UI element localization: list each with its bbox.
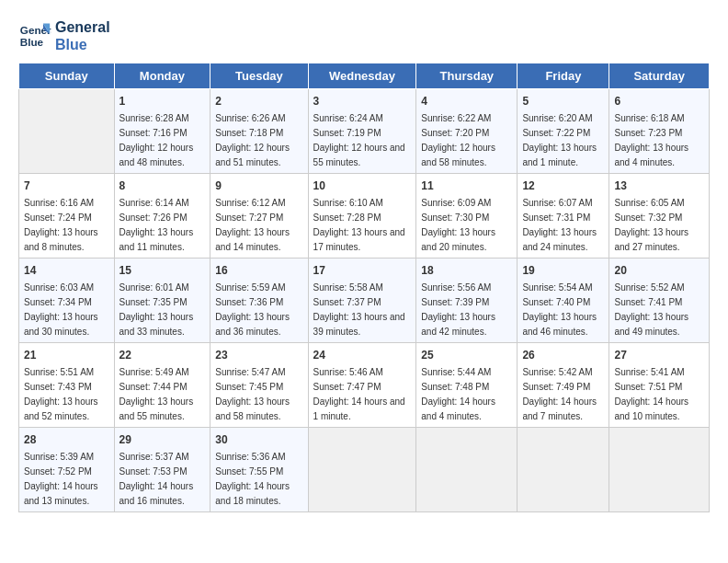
day-number: 7 [24, 178, 109, 194]
sunrise-info: Sunrise: 5:42 AM [522, 367, 592, 377]
sunrise-info: Sunrise: 6:10 AM [313, 198, 383, 208]
day-number: 8 [119, 178, 206, 194]
sunrise-info: Sunrise: 5:51 AM [24, 367, 94, 377]
daylight-info: Daylight: 14 hours and 10 minutes. [614, 396, 688, 421]
calendar-cell: 6 Sunrise: 6:18 AM Sunset: 7:23 PM Dayli… [609, 89, 710, 174]
daylight-info: Daylight: 13 hours and 58 minutes. [215, 396, 290, 421]
calendar-table: SundayMondayTuesdayWednesdayThursdayFrid… [18, 63, 710, 512]
calendar-cell: 25 Sunrise: 5:44 AM Sunset: 7:48 PM Dayl… [416, 343, 518, 428]
day-number: 25 [421, 347, 512, 363]
sunrise-info: Sunrise: 6:07 AM [522, 198, 592, 208]
sunset-info: Sunset: 7:18 PM [215, 128, 283, 138]
calendar-cell: 29 Sunrise: 5:37 AM Sunset: 7:53 PM Dayl… [114, 428, 210, 512]
daylight-info: Daylight: 14 hours and 18 minutes. [215, 481, 290, 506]
calendar-cell: 4 Sunrise: 6:22 AM Sunset: 7:20 PM Dayli… [416, 89, 518, 174]
sunrise-info: Sunrise: 5:47 AM [215, 367, 285, 377]
calendar-cell: 5 Sunrise: 6:20 AM Sunset: 7:22 PM Dayli… [518, 89, 609, 174]
calendar-cell: 18 Sunrise: 5:56 AM Sunset: 7:39 PM Dayl… [416, 259, 518, 343]
calendar-cell: 24 Sunrise: 5:46 AM Sunset: 7:47 PM Dayl… [308, 343, 416, 428]
logo-icon: General Blue [18, 19, 51, 52]
daylight-info: Daylight: 14 hours and 7 minutes. [522, 396, 597, 421]
sunrise-info: Sunrise: 5:37 AM [119, 452, 189, 462]
logo-blue: Blue [55, 36, 110, 53]
daylight-info: Daylight: 12 hours and 51 minutes. [215, 143, 290, 167]
sunrise-info: Sunrise: 6:20 AM [522, 113, 592, 123]
sunrise-info: Sunrise: 5:39 AM [24, 452, 94, 462]
daylight-info: Daylight: 13 hours and 27 minutes. [614, 227, 688, 252]
page-header: General Blue General Blue [18, 18, 710, 53]
logo-general: General [55, 18, 110, 36]
calendar-cell: 30 Sunrise: 5:36 AM Sunset: 7:55 PM Dayl… [210, 428, 308, 512]
calendar-week-row: 1 Sunrise: 6:28 AM Sunset: 7:16 PM Dayli… [19, 89, 710, 174]
sunset-info: Sunset: 7:44 PM [119, 382, 188, 392]
calendar-week-row: 14 Sunrise: 6:03 AM Sunset: 7:34 PM Dayl… [19, 259, 710, 343]
sunset-info: Sunset: 7:36 PM [215, 297, 283, 307]
day-number: 5 [522, 93, 604, 109]
calendar-cell: 11 Sunrise: 6:09 AM Sunset: 7:30 PM Dayl… [416, 174, 518, 259]
daylight-info: Daylight: 13 hours and 55 minutes. [119, 396, 194, 421]
sunset-info: Sunset: 7:41 PM [614, 297, 682, 307]
calendar-cell: 22 Sunrise: 5:49 AM Sunset: 7:44 PM Dayl… [114, 343, 210, 428]
sunrise-info: Sunrise: 6:01 AM [119, 282, 189, 293]
sunrise-info: Sunrise: 6:28 AM [119, 113, 189, 123]
sunrise-info: Sunrise: 5:36 AM [215, 452, 285, 462]
daylight-info: Daylight: 13 hours and 17 minutes. [313, 227, 405, 252]
sunrise-info: Sunrise: 6:16 AM [24, 198, 94, 208]
daylight-info: Daylight: 13 hours and 24 minutes. [522, 227, 597, 252]
sunset-info: Sunset: 7:53 PM [119, 466, 188, 477]
daylight-info: Daylight: 13 hours and 46 minutes. [522, 312, 597, 337]
weekday-header-thursday: Thursday [416, 63, 518, 89]
day-number: 19 [522, 262, 604, 279]
sunrise-info: Sunrise: 5:54 AM [522, 282, 592, 293]
weekday-header-friday: Friday [518, 63, 609, 89]
day-number: 20 [614, 262, 704, 279]
sunset-info: Sunset: 7:40 PM [522, 297, 590, 307]
daylight-info: Daylight: 13 hours and 1 minute. [522, 143, 597, 167]
calendar-cell: 21 Sunrise: 5:51 AM Sunset: 7:43 PM Dayl… [19, 343, 115, 428]
calendar-cell: 10 Sunrise: 6:10 AM Sunset: 7:28 PM Dayl… [308, 174, 416, 259]
calendar-cell: 20 Sunrise: 5:52 AM Sunset: 7:41 PM Dayl… [609, 259, 710, 343]
sunset-info: Sunset: 7:48 PM [421, 382, 489, 392]
day-number: 12 [522, 178, 604, 194]
day-number: 22 [119, 347, 206, 363]
daylight-info: Daylight: 13 hours and 36 minutes. [215, 312, 290, 337]
logo: General Blue General Blue [18, 18, 110, 53]
sunrise-info: Sunrise: 5:44 AM [421, 367, 491, 377]
sunrise-info: Sunrise: 5:41 AM [614, 367, 684, 377]
sunset-info: Sunset: 7:47 PM [313, 382, 381, 392]
sunset-info: Sunset: 7:24 PM [24, 213, 92, 223]
day-number: 11 [421, 178, 512, 194]
day-number: 1 [119, 93, 206, 109]
sunset-info: Sunset: 7:16 PM [119, 128, 188, 138]
calendar-cell: 1 Sunrise: 6:28 AM Sunset: 7:16 PM Dayli… [114, 89, 210, 174]
calendar-cell: 9 Sunrise: 6:12 AM Sunset: 7:27 PM Dayli… [210, 174, 308, 259]
calendar-cell: 13 Sunrise: 6:05 AM Sunset: 7:32 PM Dayl… [609, 174, 710, 259]
daylight-info: Daylight: 13 hours and 52 minutes. [24, 396, 98, 421]
day-number: 21 [24, 347, 109, 363]
sunset-info: Sunset: 7:23 PM [614, 128, 682, 138]
weekday-header-sunday: Sunday [19, 63, 115, 89]
svg-text:Blue: Blue [20, 36, 44, 48]
sunrise-info: Sunrise: 6:05 AM [614, 198, 684, 208]
sunrise-info: Sunrise: 6:22 AM [421, 113, 491, 123]
calendar-cell: 17 Sunrise: 5:58 AM Sunset: 7:37 PM Dayl… [308, 259, 416, 343]
daylight-info: Daylight: 13 hours and 42 minutes. [421, 312, 495, 337]
sunset-info: Sunset: 7:20 PM [421, 128, 489, 138]
sunset-info: Sunset: 7:52 PM [24, 466, 92, 477]
daylight-info: Daylight: 12 hours and 48 minutes. [119, 143, 194, 167]
daylight-info: Daylight: 14 hours and 16 minutes. [119, 481, 194, 506]
calendar-cell: 12 Sunrise: 6:07 AM Sunset: 7:31 PM Dayl… [518, 174, 609, 259]
calendar-cell: 19 Sunrise: 5:54 AM Sunset: 7:40 PM Dayl… [518, 259, 609, 343]
sunrise-info: Sunrise: 5:49 AM [119, 367, 189, 377]
weekday-header-saturday: Saturday [609, 63, 710, 89]
daylight-info: Daylight: 14 hours and 1 minute. [313, 396, 405, 421]
sunset-info: Sunset: 7:55 PM [215, 466, 283, 477]
day-number: 18 [421, 262, 512, 279]
day-number: 27 [614, 347, 704, 363]
day-number: 6 [614, 93, 704, 109]
sunrise-info: Sunrise: 5:59 AM [215, 282, 285, 293]
calendar-cell: 14 Sunrise: 6:03 AM Sunset: 7:34 PM Dayl… [19, 259, 115, 343]
daylight-info: Daylight: 13 hours and 11 minutes. [119, 227, 194, 252]
day-number: 30 [215, 431, 302, 448]
weekday-header-tuesday: Tuesday [210, 63, 308, 89]
